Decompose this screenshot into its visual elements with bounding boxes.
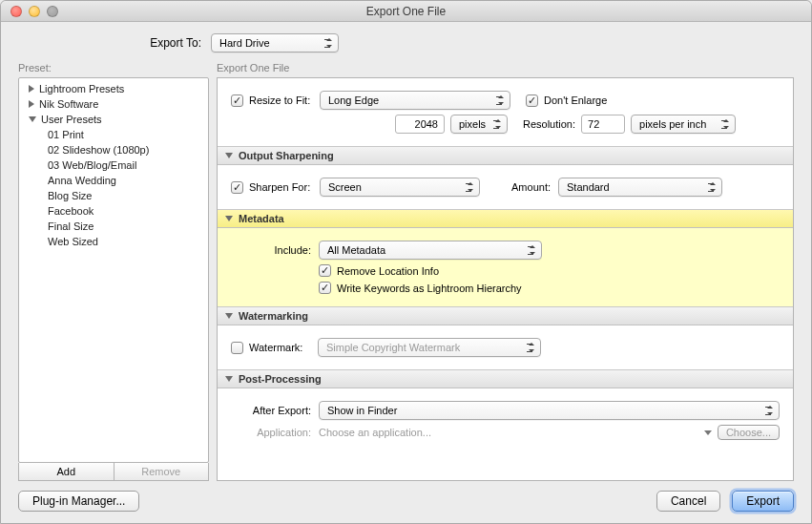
metadata-body: Include: All Metadata Remove Location In…: [218, 228, 793, 306]
cancel-button[interactable]: Cancel: [656, 491, 720, 512]
watermark-select: Simple Copyright Watermark: [318, 338, 541, 357]
resize-value-input[interactable]: 2048: [395, 115, 445, 134]
window-title: Export One File: [1, 5, 811, 18]
settings-panels[interactable]: Resize to Fit: Long Edge Don't Enlarge 2…: [217, 77, 794, 481]
watermarking-header[interactable]: Watermarking: [218, 306, 793, 325]
preset-buttons: Add Remove: [18, 463, 209, 481]
settings-column: Export One File Resize to Fit: Long Edge…: [217, 62, 794, 481]
sharpen-amount-label: Amount:: [507, 181, 558, 193]
preset-item[interactable]: 02 Slideshow (1080p): [19, 142, 208, 157]
zoom-icon: [47, 6, 58, 17]
sharpen-for-label: Sharpen For:: [249, 181, 320, 193]
resize-label: Resize to Fit:: [249, 94, 320, 106]
metadata-header[interactable]: Metadata: [218, 209, 793, 228]
remove-location-label: Remove Location Info: [337, 265, 439, 277]
minimize-icon[interactable]: [29, 6, 40, 17]
content: Export To: Hard Drive Preset: Lightroom …: [1, 22, 811, 523]
after-export-select[interactable]: Show in Finder: [319, 401, 780, 420]
post-processing-body: After Export: Show in Finder Application…: [218, 388, 793, 452]
write-keywords-label: Write Keywords as Lightroom Hierarchy: [337, 283, 522, 294]
export-button[interactable]: Export: [732, 491, 794, 512]
resolution-input[interactable]: 72: [581, 115, 625, 134]
sharpen-amount-select[interactable]: Standard: [558, 178, 722, 197]
preset-header: Preset:: [18, 62, 209, 75]
watermark-checkbox[interactable]: [231, 342, 243, 354]
sharpen-checkbox[interactable]: [231, 181, 243, 194]
resize-unit-select[interactable]: pixels: [450, 115, 508, 134]
export-to-value: Hard Drive: [219, 37, 270, 49]
output-sharpening-header[interactable]: Output Sharpening: [218, 146, 793, 165]
disclosure-down-icon: [225, 376, 233, 382]
resolution-unit-select[interactable]: pixels per inch: [631, 115, 736, 134]
write-keywords-checkbox[interactable]: [319, 282, 331, 294]
image-sizing-body: Resize to Fit: Long Edge Don't Enlarge 2…: [218, 78, 793, 146]
export-to-label: Export To:: [18, 36, 211, 50]
resize-checkbox[interactable]: [231, 94, 243, 107]
output-sharpening-body: Sharpen For: Screen Amount: Standard: [218, 165, 793, 209]
preset-item[interactable]: Anna Wedding: [19, 173, 208, 188]
disclosure-down-icon: [225, 153, 233, 158]
choose-application-button[interactable]: Choose...: [718, 425, 780, 440]
export-window: Export One File Export To: Hard Drive Pr…: [0, 0, 812, 524]
application-label: Application:: [231, 427, 319, 438]
application-placeholder: Choose an application...: [319, 427, 704, 438]
preset-group-lightroom[interactable]: Lightroom Presets: [19, 81, 208, 96]
remove-location-checkbox[interactable]: [319, 264, 331, 277]
preset-item[interactable]: Web Sized: [19, 234, 208, 249]
metadata-include-label: Include:: [231, 244, 319, 256]
disclosure-right-icon: [29, 85, 34, 93]
disclosure-down-icon: [225, 216, 233, 221]
columns: Preset: Lightroom Presets Nik Software U…: [18, 62, 794, 481]
preset-column: Preset: Lightroom Presets Nik Software U…: [18, 62, 209, 481]
preset-item[interactable]: Final Size: [19, 219, 208, 234]
preset-item[interactable]: 01 Print: [19, 127, 208, 142]
chevron-down-icon[interactable]: [704, 430, 712, 435]
preset-group-user[interactable]: User Presets: [19, 112, 208, 127]
disclosure-right-icon: [29, 100, 34, 108]
dont-enlarge-label: Don't Enlarge: [544, 94, 607, 106]
metadata-include-select[interactable]: All Metadata: [319, 241, 542, 260]
plugin-manager-button[interactable]: Plug-in Manager...: [18, 491, 139, 512]
export-to-select[interactable]: Hard Drive: [211, 33, 339, 52]
sharpen-for-select[interactable]: Screen: [320, 178, 480, 197]
resize-mode-select[interactable]: Long Edge: [320, 91, 510, 110]
export-to-row: Export To: Hard Drive: [18, 33, 794, 52]
preset-group-nik[interactable]: Nik Software: [19, 96, 208, 112]
footer: Plug-in Manager... Cancel Export: [18, 481, 794, 512]
watermark-label: Watermark:: [249, 342, 318, 353]
preset-item[interactable]: 03 Web/Blog/Email: [19, 157, 208, 173]
watermarking-body: Watermark: Simple Copyright Watermark: [218, 325, 793, 369]
dont-enlarge-checkbox[interactable]: [526, 94, 538, 107]
close-icon[interactable]: [10, 6, 22, 17]
settings-header: Export One File: [217, 62, 794, 75]
post-processing-header[interactable]: Post-Processing: [218, 369, 793, 388]
preset-list[interactable]: Lightroom Presets Nik Software User Pres…: [18, 77, 209, 463]
add-preset-button[interactable]: Add: [19, 463, 114, 480]
resolution-label: Resolution:: [523, 118, 575, 130]
titlebar: Export One File: [1, 1, 811, 22]
preset-item[interactable]: Blog Size: [19, 188, 208, 203]
remove-preset-button: Remove: [114, 463, 209, 480]
traffic-lights: [1, 6, 58, 17]
disclosure-down-icon: [225, 313, 233, 319]
preset-item[interactable]: Facebook: [19, 203, 208, 219]
after-export-label: After Export:: [231, 405, 319, 416]
disclosure-down-icon: [29, 116, 36, 122]
